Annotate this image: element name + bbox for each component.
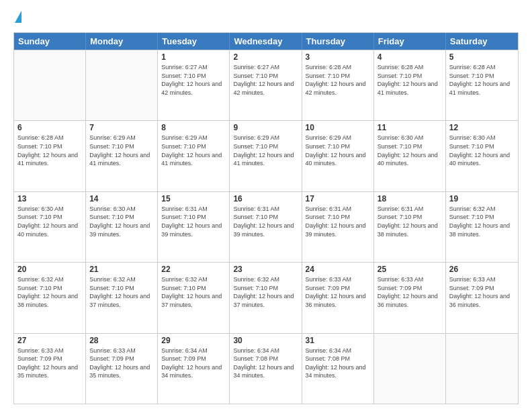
day-info: Sunrise: 6:30 AMSunset: 7:10 PMDaylight:…	[17, 205, 82, 238]
weekday-header: Monday	[86, 33, 158, 50]
day-number: 31	[306, 336, 370, 345]
day-info: Sunrise: 6:29 AMSunset: 7:10 PMDaylight:…	[233, 134, 298, 167]
day-number: 8	[161, 123, 226, 132]
calendar-cell: 12Sunrise: 6:30 AMSunset: 7:10 PMDayligh…	[446, 121, 518, 191]
calendar-cell: 27Sunrise: 6:33 AMSunset: 7:09 PMDayligh…	[14, 334, 86, 404]
day-info: Sunrise: 6:33 AMSunset: 7:09 PMDaylight:…	[17, 347, 82, 380]
calendar-row: 1Sunrise: 6:27 AMSunset: 7:10 PMDaylight…	[14, 50, 518, 120]
day-info: Sunrise: 6:34 AMSunset: 7:08 PMDaylight:…	[233, 347, 298, 380]
day-number: 30	[233, 336, 298, 345]
weekday-header: Saturday	[446, 33, 518, 50]
day-info: Sunrise: 6:27 AMSunset: 7:10 PMDaylight:…	[161, 63, 226, 97]
day-number: 14	[89, 194, 154, 203]
day-number: 25	[378, 265, 442, 274]
day-number: 17	[306, 194, 370, 203]
weekday-header: Tuesday	[158, 33, 230, 50]
logo	[13, 11, 21, 26]
day-number: 10	[306, 123, 370, 132]
day-info: Sunrise: 6:33 AMSunset: 7:09 PMDaylight:…	[306, 275, 370, 309]
day-info: Sunrise: 6:29 AMSunset: 7:10 PMDaylight:…	[161, 134, 226, 167]
calendar-row: 6Sunrise: 6:28 AMSunset: 7:10 PMDaylight…	[14, 120, 518, 191]
calendar-cell: 6Sunrise: 6:28 AMSunset: 7:10 PMDaylight…	[14, 121, 86, 191]
calendar-cell: 25Sunrise: 6:33 AMSunset: 7:09 PMDayligh…	[374, 263, 446, 332]
calendar-cell: 8Sunrise: 6:29 AMSunset: 7:10 PMDaylight…	[158, 121, 230, 191]
day-info: Sunrise: 6:33 AMSunset: 7:09 PMDaylight:…	[449, 275, 515, 309]
day-number: 13	[17, 194, 82, 203]
day-info: Sunrise: 6:34 AMSunset: 7:09 PMDaylight:…	[161, 347, 226, 380]
day-info: Sunrise: 6:32 AMSunset: 7:10 PMDaylight:…	[449, 205, 515, 238]
calendar-cell: 17Sunrise: 6:31 AMSunset: 7:10 PMDayligh…	[302, 192, 374, 262]
page: SundayMondayTuesdayWednesdayThursdayFrid…	[0, 0, 532, 411]
calendar-cell: 13Sunrise: 6:30 AMSunset: 7:10 PMDayligh…	[14, 192, 86, 262]
day-number: 19	[449, 194, 515, 203]
day-number: 3	[306, 52, 370, 62]
calendar-cell: 16Sunrise: 6:31 AMSunset: 7:10 PMDayligh…	[230, 192, 302, 262]
day-info: Sunrise: 6:34 AMSunset: 7:08 PMDaylight:…	[306, 347, 370, 380]
calendar-cell: 2Sunrise: 6:27 AMSunset: 7:10 PMDaylight…	[230, 50, 302, 120]
calendar-row: 13Sunrise: 6:30 AMSunset: 7:10 PMDayligh…	[14, 191, 518, 262]
day-number: 9	[233, 123, 298, 132]
calendar-cell: 19Sunrise: 6:32 AMSunset: 7:10 PMDayligh…	[446, 192, 518, 262]
calendar: SundayMondayTuesdayWednesdayThursdayFrid…	[13, 32, 519, 404]
day-info: Sunrise: 6:30 AMSunset: 7:10 PMDaylight:…	[378, 134, 442, 167]
calendar-header: SundayMondayTuesdayWednesdayThursdayFrid…	[14, 33, 518, 50]
day-number: 11	[378, 123, 442, 132]
day-number: 27	[17, 336, 82, 345]
calendar-cell: 23Sunrise: 6:32 AMSunset: 7:10 PMDayligh…	[230, 263, 302, 332]
day-number: 28	[89, 336, 154, 345]
day-number: 4	[378, 52, 442, 62]
day-info: Sunrise: 6:28 AMSunset: 7:10 PMDaylight:…	[449, 63, 515, 97]
day-number: 21	[89, 265, 154, 274]
calendar-cell	[14, 50, 86, 120]
day-info: Sunrise: 6:28 AMSunset: 7:10 PMDaylight:…	[17, 134, 82, 167]
day-info: Sunrise: 6:33 AMSunset: 7:09 PMDaylight:…	[89, 347, 154, 380]
calendar-cell: 22Sunrise: 6:32 AMSunset: 7:10 PMDayligh…	[158, 263, 230, 332]
calendar-cell	[86, 50, 158, 120]
calendar-cell: 20Sunrise: 6:32 AMSunset: 7:10 PMDayligh…	[14, 263, 86, 332]
day-info: Sunrise: 6:33 AMSunset: 7:09 PMDaylight:…	[378, 275, 442, 309]
day-info: Sunrise: 6:32 AMSunset: 7:10 PMDaylight:…	[161, 275, 226, 309]
day-info: Sunrise: 6:30 AMSunset: 7:10 PMDaylight:…	[89, 205, 154, 238]
calendar-cell: 4Sunrise: 6:28 AMSunset: 7:10 PMDaylight…	[374, 50, 446, 120]
calendar-cell: 14Sunrise: 6:30 AMSunset: 7:10 PMDayligh…	[86, 192, 158, 262]
day-info: Sunrise: 6:29 AMSunset: 7:10 PMDaylight:…	[306, 134, 370, 167]
calendar-cell: 29Sunrise: 6:34 AMSunset: 7:09 PMDayligh…	[158, 334, 230, 404]
calendar-cell: 31Sunrise: 6:34 AMSunset: 7:08 PMDayligh…	[302, 334, 374, 404]
calendar-cell: 28Sunrise: 6:33 AMSunset: 7:09 PMDayligh…	[86, 334, 158, 404]
weekday-header: Friday	[374, 33, 446, 50]
day-number: 6	[17, 123, 82, 132]
calendar-row: 20Sunrise: 6:32 AMSunset: 7:10 PMDayligh…	[14, 262, 518, 332]
day-number: 24	[306, 265, 370, 274]
calendar-cell: 11Sunrise: 6:30 AMSunset: 7:10 PMDayligh…	[374, 121, 446, 191]
day-number: 26	[449, 265, 515, 274]
calendar-body: 1Sunrise: 6:27 AMSunset: 7:10 PMDaylight…	[14, 50, 518, 404]
day-number: 20	[17, 265, 82, 274]
header	[13, 11, 519, 26]
day-info: Sunrise: 6:31 AMSunset: 7:10 PMDaylight:…	[233, 205, 298, 238]
logo-triangle-icon	[15, 11, 21, 23]
day-number: 2	[233, 52, 298, 62]
calendar-row: 27Sunrise: 6:33 AMSunset: 7:09 PMDayligh…	[14, 333, 518, 404]
day-number: 23	[233, 265, 298, 274]
calendar-cell	[446, 334, 518, 404]
day-number: 5	[449, 52, 515, 62]
day-number: 16	[233, 194, 298, 203]
calendar-cell: 21Sunrise: 6:32 AMSunset: 7:10 PMDayligh…	[86, 263, 158, 332]
day-info: Sunrise: 6:29 AMSunset: 7:10 PMDaylight:…	[89, 134, 154, 167]
calendar-cell	[374, 334, 446, 404]
calendar-cell: 1Sunrise: 6:27 AMSunset: 7:10 PMDaylight…	[158, 50, 230, 120]
day-info: Sunrise: 6:31 AMSunset: 7:10 PMDaylight:…	[378, 205, 442, 238]
calendar-cell: 10Sunrise: 6:29 AMSunset: 7:10 PMDayligh…	[302, 121, 374, 191]
calendar-cell: 3Sunrise: 6:28 AMSunset: 7:10 PMDaylight…	[302, 50, 374, 120]
day-number: 22	[161, 265, 226, 274]
day-info: Sunrise: 6:32 AMSunset: 7:10 PMDaylight:…	[233, 275, 298, 309]
weekday-header: Thursday	[302, 33, 374, 50]
day-number: 7	[89, 123, 154, 132]
weekday-header: Sunday	[14, 33, 86, 50]
calendar-cell: 30Sunrise: 6:34 AMSunset: 7:08 PMDayligh…	[230, 334, 302, 404]
calendar-cell: 7Sunrise: 6:29 AMSunset: 7:10 PMDaylight…	[86, 121, 158, 191]
calendar-cell: 24Sunrise: 6:33 AMSunset: 7:09 PMDayligh…	[302, 263, 374, 332]
day-number: 15	[161, 194, 226, 203]
calendar-cell: 5Sunrise: 6:28 AMSunset: 7:10 PMDaylight…	[446, 50, 518, 120]
day-info: Sunrise: 6:28 AMSunset: 7:10 PMDaylight:…	[306, 63, 370, 97]
